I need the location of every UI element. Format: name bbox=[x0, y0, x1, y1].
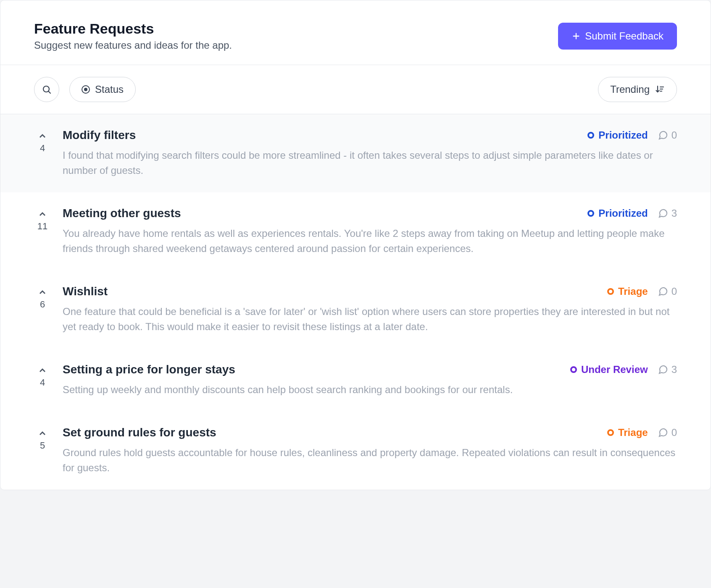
vote-count: 6 bbox=[40, 299, 45, 310]
vote-column: 6 bbox=[34, 285, 51, 334]
vote-count: 5 bbox=[40, 440, 45, 451]
comment-icon bbox=[658, 365, 668, 375]
feature-request-list: 4Modify filtersPrioritized0I found that … bbox=[0, 114, 711, 490]
feature-request-item[interactable]: 4Setting a price for longer staysUnder R… bbox=[0, 349, 711, 412]
comments-link[interactable]: 0 bbox=[658, 427, 677, 438]
status-dot-icon bbox=[607, 429, 614, 436]
item-top-row: Set ground rules for guestsTriage0 bbox=[63, 426, 677, 439]
radio-selected-icon bbox=[82, 85, 90, 94]
upvote-icon[interactable] bbox=[37, 287, 47, 297]
search-button[interactable] bbox=[34, 77, 59, 102]
upvote-icon[interactable] bbox=[37, 428, 47, 438]
header-text: Feature Requests Suggest new features an… bbox=[34, 21, 232, 51]
feature-request-item[interactable]: 6WishlistTriage0One feature that could b… bbox=[0, 270, 711, 349]
item-description: One feature that could be beneficial is … bbox=[63, 304, 677, 334]
item-meta: Prioritized3 bbox=[587, 207, 677, 219]
status-label: Triage bbox=[618, 286, 648, 297]
submit-feedback-label: Submit Feedback bbox=[585, 30, 664, 42]
toolbar-left: Status bbox=[34, 77, 136, 102]
item-title: Set ground rules for guests bbox=[63, 426, 216, 439]
status-label: Prioritized bbox=[598, 207, 648, 219]
feature-request-item[interactable]: 4Modify filtersPrioritized0I found that … bbox=[0, 114, 711, 192]
status-badge: Prioritized bbox=[587, 207, 648, 219]
comment-icon bbox=[658, 130, 668, 140]
comments-count: 3 bbox=[672, 364, 677, 375]
item-content: WishlistTriage0One feature that could be… bbox=[63, 285, 677, 334]
item-content: Set ground rules for guestsTriage0Ground… bbox=[63, 426, 677, 475]
submit-feedback-button[interactable]: Submit Feedback bbox=[558, 23, 677, 50]
toolbar: Status Trending bbox=[0, 65, 711, 114]
status-dot-icon bbox=[587, 210, 594, 217]
status-badge: Triage bbox=[607, 427, 648, 438]
sort-button[interactable]: Trending bbox=[598, 77, 677, 102]
feature-request-item[interactable]: 5Set ground rules for guestsTriage0Groun… bbox=[0, 412, 711, 490]
comment-icon bbox=[658, 428, 668, 438]
item-content: Modify filtersPrioritized0I found that m… bbox=[63, 129, 677, 178]
status-badge: Triage bbox=[607, 286, 648, 297]
comment-icon bbox=[658, 208, 668, 218]
vote-column: 4 bbox=[34, 363, 51, 397]
vote-column: 5 bbox=[34, 426, 51, 475]
status-label: Triage bbox=[618, 427, 648, 438]
item-title: Setting a price for longer stays bbox=[63, 363, 235, 376]
vote-column: 4 bbox=[34, 129, 51, 178]
item-top-row: Meeting other guestsPrioritized3 bbox=[63, 207, 677, 220]
comments-count: 0 bbox=[672, 286, 677, 297]
status-badge: Prioritized bbox=[587, 129, 648, 141]
status-label: Under Review bbox=[581, 364, 648, 375]
feature-requests-panel: Feature Requests Suggest new features an… bbox=[0, 0, 711, 490]
status-dot-icon bbox=[570, 366, 577, 373]
vote-count: 4 bbox=[40, 377, 45, 388]
search-icon bbox=[42, 84, 52, 94]
item-meta: Under Review3 bbox=[570, 364, 677, 375]
page-title: Feature Requests bbox=[34, 21, 232, 37]
item-description: Setting up weekly and monthly discounts … bbox=[63, 382, 677, 397]
vote-count: 4 bbox=[40, 143, 45, 154]
status-label: Prioritized bbox=[598, 129, 648, 141]
item-title: Modify filters bbox=[63, 129, 136, 142]
comments-count: 3 bbox=[672, 207, 677, 219]
item-content: Meeting other guestsPrioritized3You alre… bbox=[63, 207, 677, 256]
sort-label: Trending bbox=[610, 84, 650, 95]
comments-link[interactable]: 0 bbox=[658, 129, 677, 141]
upvote-icon[interactable] bbox=[37, 131, 47, 141]
status-badge: Under Review bbox=[570, 364, 648, 375]
vote-count: 11 bbox=[37, 221, 47, 232]
item-top-row: WishlistTriage0 bbox=[63, 285, 677, 298]
status-dot-icon bbox=[607, 288, 614, 295]
upvote-icon[interactable] bbox=[37, 365, 47, 375]
svg-point-0 bbox=[43, 86, 49, 92]
page-subtitle: Suggest new features and ideas for the a… bbox=[34, 39, 232, 51]
item-description: Ground rules hold guests accountable for… bbox=[63, 445, 677, 475]
item-top-row: Modify filtersPrioritized0 bbox=[63, 129, 677, 142]
comment-icon bbox=[658, 286, 668, 297]
comments-count: 0 bbox=[672, 427, 677, 438]
upvote-icon[interactable] bbox=[37, 209, 47, 219]
item-title: Wishlist bbox=[63, 285, 108, 298]
item-content: Setting a price for longer staysUnder Re… bbox=[63, 363, 677, 397]
plus-icon bbox=[571, 32, 581, 41]
header-row: Feature Requests Suggest new features an… bbox=[0, 0, 711, 65]
item-title: Meeting other guests bbox=[63, 207, 181, 220]
sort-desc-icon bbox=[655, 84, 665, 94]
comments-link[interactable]: 3 bbox=[658, 207, 677, 219]
feature-request-item[interactable]: 11Meeting other guestsPrioritized3You al… bbox=[0, 192, 711, 270]
item-meta: Triage0 bbox=[607, 286, 677, 297]
item-meta: Triage0 bbox=[607, 427, 677, 438]
item-meta: Prioritized0 bbox=[587, 129, 677, 141]
comments-link[interactable]: 0 bbox=[658, 286, 677, 297]
status-filter-button[interactable]: Status bbox=[69, 77, 136, 102]
item-top-row: Setting a price for longer staysUnder Re… bbox=[63, 363, 677, 376]
status-filter-label: Status bbox=[95, 84, 124, 95]
vote-column: 11 bbox=[34, 207, 51, 256]
item-description: You already have home rentals as well as… bbox=[63, 226, 677, 256]
item-description: I found that modifying search filters co… bbox=[63, 148, 677, 178]
comments-link[interactable]: 3 bbox=[658, 364, 677, 375]
status-dot-icon bbox=[587, 132, 594, 139]
comments-count: 0 bbox=[672, 129, 677, 141]
